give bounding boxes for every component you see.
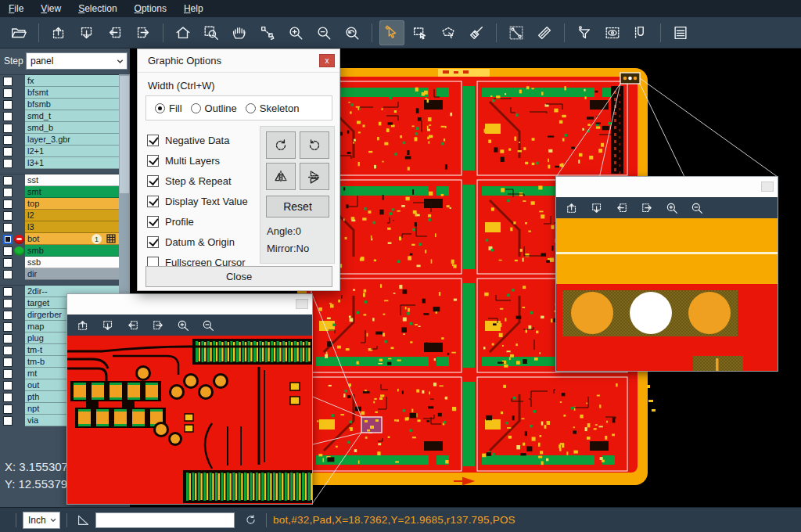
layer-row-sst[interactable]: sst bbox=[0, 174, 119, 186]
layer-name-label[interactable]: smd_t bbox=[25, 110, 119, 122]
layer-visibility-checkbox[interactable] bbox=[3, 100, 13, 110]
layer-visibility-checkbox[interactable] bbox=[3, 124, 13, 133]
layer-visibility-checkbox[interactable] bbox=[3, 346, 13, 355]
layer-row-top[interactable]: top bbox=[0, 198, 119, 210]
layer-visibility-checkbox[interactable] bbox=[3, 404, 13, 414]
layer-name-label[interactable]: sst bbox=[25, 174, 119, 186]
layer-visibility-checkbox[interactable] bbox=[3, 200, 13, 209]
reset-button[interactable]: Reset bbox=[266, 196, 329, 217]
layer-row-l3+1[interactable]: l3+1 bbox=[0, 157, 119, 169]
shift-up-button[interactable] bbox=[73, 316, 93, 335]
layer-visibility-checkbox[interactable] bbox=[3, 159, 13, 168]
checkbox-box[interactable] bbox=[147, 155, 159, 167]
layer-row-bfsmb[interactable]: bfsmb bbox=[0, 99, 119, 110]
layer-visibility-checkbox[interactable] bbox=[3, 176, 13, 185]
layer-name-label[interactable]: l3 bbox=[25, 221, 119, 233]
zoom-in-button[interactable] bbox=[173, 316, 193, 335]
move-vertex-button[interactable] bbox=[255, 20, 280, 45]
layers-panel-button[interactable] bbox=[668, 20, 693, 45]
layer-name-label[interactable]: bot1 bbox=[25, 233, 119, 245]
angle-tool-icon[interactable] bbox=[74, 511, 92, 530]
measure-ruler-button[interactable] bbox=[532, 20, 557, 45]
layer-visibility-checkbox[interactable] bbox=[3, 299, 13, 308]
layer-visibility-checkbox[interactable] bbox=[3, 416, 13, 426]
checkbox-profile[interactable]: Profile bbox=[147, 211, 248, 232]
layer-name-label[interactable]: l2+1 bbox=[25, 146, 119, 157]
layer-row-l2[interactable]: l2 bbox=[0, 210, 119, 221]
shift-down-button[interactable] bbox=[74, 20, 99, 45]
menu-help[interactable]: Help bbox=[175, 0, 212, 17]
command-input[interactable] bbox=[95, 512, 235, 528]
checkbox-step-repeat[interactable]: Step & Repeat bbox=[147, 171, 248, 191]
shift-down-button[interactable] bbox=[98, 316, 118, 335]
layer-row-smb[interactable]: smb bbox=[0, 245, 119, 257]
flip-v-button[interactable] bbox=[300, 163, 329, 190]
layer-row-fx[interactable]: fx bbox=[0, 75, 119, 87]
radio-outline[interactable]: Outline bbox=[191, 102, 237, 114]
shift-left-button[interactable] bbox=[102, 20, 128, 45]
shift-down-button[interactable] bbox=[587, 199, 607, 217]
layer-visibility-checkbox[interactable] bbox=[3, 147, 13, 156]
close-button[interactable]: Close bbox=[145, 266, 332, 287]
layer-row-smt[interactable]: smt bbox=[0, 186, 119, 198]
layer-visibility-checkbox[interactable] bbox=[3, 88, 13, 98]
layer-name-label[interactable]: l2 bbox=[25, 210, 119, 221]
unit-select[interactable]: Inch bbox=[23, 512, 60, 529]
rotate-cw-button[interactable] bbox=[266, 131, 296, 159]
layer-visibility-checkbox[interactable] bbox=[3, 311, 13, 320]
checkbox-box[interactable] bbox=[147, 135, 159, 146]
dialog-title-bar[interactable]: Graphic Options x bbox=[138, 49, 339, 73]
checkbox-box[interactable] bbox=[147, 236, 159, 248]
preview-window-button[interactable] bbox=[296, 299, 308, 309]
open-button[interactable] bbox=[6, 20, 31, 45]
layer-name-label[interactable]: l3+1 bbox=[25, 157, 119, 169]
measure-line-button[interactable] bbox=[504, 20, 529, 45]
rotate-ccw-button[interactable] bbox=[300, 131, 329, 159]
layer-visibility-checkbox[interactable] bbox=[3, 334, 13, 343]
shift-right-button[interactable] bbox=[148, 316, 168, 335]
layer-visibility-checkbox[interactable] bbox=[3, 112, 13, 121]
layer-name-label[interactable]: bfsmb bbox=[25, 99, 119, 110]
layer-name-label[interactable]: ssb bbox=[25, 257, 119, 268]
layer-visibility-checkbox[interactable] bbox=[3, 358, 13, 367]
checkbox-box[interactable] bbox=[147, 175, 159, 187]
layer-visibility-checkbox[interactable] bbox=[3, 77, 13, 86]
zoom-preview-window-left[interactable] bbox=[66, 293, 313, 505]
layer-visibility-checkbox[interactable] bbox=[3, 322, 13, 332]
radio-fill[interactable]: Fill bbox=[155, 102, 182, 114]
select-polygon-button[interactable] bbox=[436, 20, 461, 45]
shift-up-button[interactable] bbox=[562, 199, 582, 217]
layer-visibility-checkbox[interactable] bbox=[3, 223, 13, 232]
select-button[interactable] bbox=[379, 20, 404, 45]
filter-button[interactable] bbox=[572, 20, 597, 45]
preview-window-button[interactable] bbox=[761, 182, 774, 192]
clean-button[interactable] bbox=[464, 20, 489, 45]
layer-row-l3[interactable]: l3 bbox=[0, 221, 119, 233]
snap-button[interactable] bbox=[628, 20, 653, 45]
layer-visibility-checkbox[interactable] bbox=[3, 381, 13, 390]
layer-row-bfsmt[interactable]: bfsmt bbox=[0, 87, 119, 99]
zoom-previous-button[interactable] bbox=[339, 20, 365, 45]
layer-name-label[interactable]: bfsmt bbox=[25, 87, 119, 99]
layer-visibility-checkbox[interactable] bbox=[3, 369, 13, 379]
zoom-preview-window-right[interactable] bbox=[555, 176, 778, 372]
menu-view[interactable]: View bbox=[32, 0, 70, 17]
select-rect-button[interactable] bbox=[408, 20, 433, 45]
step-select[interactable]: panel bbox=[26, 52, 128, 70]
checkbox-datum-origin[interactable]: Datum & Origin bbox=[147, 232, 248, 252]
shift-left-button[interactable] bbox=[612, 199, 632, 217]
flip-h-button[interactable] bbox=[266, 163, 296, 190]
layer-visibility-checkbox[interactable] bbox=[3, 270, 13, 279]
menu-selection[interactable]: Selection bbox=[70, 0, 125, 17]
zoom-out-button[interactable] bbox=[687, 199, 707, 217]
menu-options[interactable]: Options bbox=[126, 0, 175, 17]
layer-visibility-checkbox[interactable] bbox=[3, 393, 13, 402]
refresh-icon[interactable] bbox=[241, 511, 260, 530]
layer-name-label[interactable]: smd_b bbox=[25, 122, 119, 134]
radio-circle[interactable] bbox=[191, 103, 201, 113]
layer-name-label[interactable]: fx bbox=[25, 75, 119, 87]
layer-row-dir[interactable]: dir bbox=[0, 268, 119, 280]
layer-name-label[interactable]: top bbox=[25, 198, 119, 210]
layer-row-layer_3.gbr[interactable]: layer_3.gbr bbox=[0, 134, 119, 146]
checkbox-negative-data[interactable]: Negative Data bbox=[147, 130, 248, 150]
